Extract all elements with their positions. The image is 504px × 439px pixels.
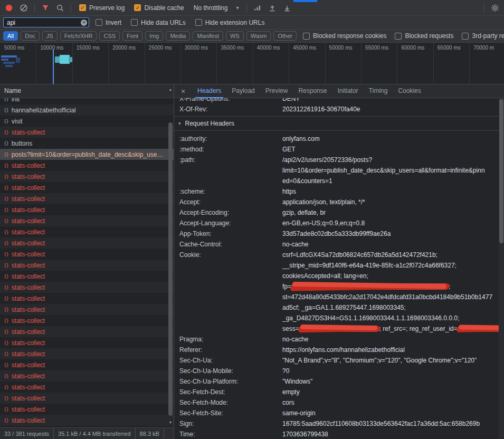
request-list-item[interactable]: {}stats-collect [0, 315, 174, 326]
header-value-line: /api2/v2/users/20572336/posts? [282, 155, 499, 165]
clear-filter-icon[interactable]: ✕ [81, 20, 87, 26]
request-list-item[interactable]: {}stats-collect [0, 127, 174, 138]
scrollbar-thumb[interactable] [168, 122, 173, 416]
request-list-item[interactable]: {}init [0, 98, 174, 104]
response-headers-remnant: X-Frame-Options:DENYX-Of-Rev:20231226191… [174, 98, 499, 117]
tab-timing[interactable]: Timing [364, 84, 393, 98]
request-list-item[interactable]: {}stats-collect [0, 282, 174, 293]
header-value-line: https://onlyfans.com/hannahelizabethoffi… [282, 345, 499, 355]
header-value-line: no-cache [282, 239, 499, 250]
tab-response[interactable]: Response [293, 84, 332, 98]
scroll-down-icon[interactable]: ▼ [167, 421, 174, 424]
details-scrollbar[interactable] [499, 98, 504, 439]
type-filter-other[interactable]: Other [273, 31, 297, 41]
tab-initiator[interactable]: Initiator [332, 84, 363, 98]
network-conditions-button[interactable] [251, 2, 264, 14]
request-list-item[interactable]: {}stats-collect [0, 404, 174, 415]
type-filter-js[interactable]: JS [42, 31, 58, 41]
json-request-icon: {} [4, 340, 8, 346]
request-list-item[interactable]: {}posts?limit=10&order=publish_date_desc… [0, 149, 174, 160]
request-name: stats-collect [12, 228, 165, 236]
type-filter-all[interactable]: All [3, 31, 18, 41]
request-list-item[interactable]: {}stats-collect [0, 171, 174, 182]
tab-headers[interactable]: Headers [192, 84, 226, 98]
request-list-item[interactable]: {}stats-collect [0, 226, 174, 237]
hide-extension-urls-checkbox[interactable]: ✓ Hide extension URLs [195, 19, 265, 26]
timeline-tick-label: 15000 ms [77, 45, 100, 51]
request-list-item[interactable]: {}stats-collect [0, 359, 174, 370]
type-filter-font[interactable]: Font [122, 31, 142, 41]
record-button[interactable] [2, 2, 16, 14]
request-list-item[interactable]: {}stats-collect [0, 415, 174, 426]
json-request-icon: {} [4, 252, 8, 257]
request-list-item[interactable]: {}stats-collect [0, 193, 174, 204]
blocked-response-cookies-checkbox[interactable]: ✓Blocked response cookies [303, 32, 386, 40]
export-har-button[interactable] [280, 2, 294, 14]
throttling-select[interactable]: No throttling ▾ [189, 4, 243, 12]
import-har-button[interactable] [265, 2, 279, 14]
scroll-up-icon[interactable]: ▲ [167, 88, 174, 91]
tab-payload[interactable]: Payload [226, 84, 260, 98]
request-list-item[interactable]: {}hannahelizabethofficial [0, 104, 174, 116]
settings-button[interactable] [488, 2, 502, 14]
request-list-item[interactable]: {}stats-collect [0, 204, 174, 215]
request-list-item[interactable]: {}stats-collect [0, 370, 174, 381]
request-table-header[interactable]: Name [0, 84, 174, 98]
header-value: "Not_A Brand";v="8", "Chromium";v="120",… [282, 355, 499, 366]
header-name: Time: [179, 429, 282, 439]
type-filter-fetch-xhr[interactable]: Fetch/XHR [60, 31, 97, 41]
clear-button[interactable] [17, 2, 31, 14]
tab-preview[interactable]: Preview [260, 84, 293, 98]
request-list-item[interactable]: {}stats-collect [0, 249, 174, 260]
request-list-item[interactable]: {}stats-collect [0, 304, 174, 315]
request-list-item[interactable]: {}stats-collect [0, 160, 174, 171]
request-list-item[interactable]: {}stats-collect [0, 271, 174, 282]
type-filter-media[interactable]: Media [166, 31, 190, 41]
header-value-line: cookiesAccepted=all; lang=en; [282, 271, 499, 281]
type-filter-img[interactable]: Img [145, 31, 163, 41]
resources-size: 88.3 kB [136, 428, 164, 439]
filter-input[interactable] [3, 17, 89, 27]
invert-checkbox[interactable]: ✓ Invert [96, 19, 121, 26]
type-filter-ws[interactable]: WS [226, 31, 244, 41]
request-list-item[interactable]: {}visit [0, 116, 174, 127]
request-list-item[interactable]: {}stats-collect [0, 260, 174, 271]
blocked-requests-checkbox[interactable]: ✓Blocked requests [395, 32, 453, 40]
request-list-item[interactable]: {}stats-collect [0, 337, 174, 348]
timeline-gridline [216, 43, 217, 84]
request-list-item[interactable]: {}stats-collect [0, 326, 174, 337]
header-value: no-cache [282, 334, 499, 345]
search-button[interactable] [53, 2, 67, 14]
disable-cache-checkbox[interactable]: ✓ Disable cache [134, 4, 184, 12]
request-list-item[interactable]: {}stats-collect [0, 393, 174, 404]
request-list-item[interactable]: {}stats-collect [0, 182, 174, 193]
3rd-party-requests-checkbox[interactable]: ✓3rd-party requests [462, 32, 504, 40]
request-headers-section[interactable]: ▾ Request Headers [174, 117, 499, 131]
checkbox-box: ✓ [395, 33, 402, 40]
header-row: Pragma:no-cache [174, 334, 499, 345]
request-list-item[interactable]: {}stats-collect [0, 293, 174, 304]
request-list-item[interactable]: {}buttons [0, 138, 174, 149]
request-list-item[interactable]: {}stats-collect [0, 381, 174, 393]
header-row: Cache-Control:no-cache [174, 239, 499, 250]
type-filter-css[interactable]: CSS [99, 31, 120, 41]
scrollbar-thumb[interactable] [499, 99, 503, 243]
header-name: X-Of-Rev: [179, 104, 282, 114]
json-request-icon: {} [4, 174, 8, 179]
hide-data-urls-checkbox[interactable]: ✓ Hide data URLs [131, 19, 186, 26]
close-details-icon[interactable]: × [178, 87, 188, 96]
type-filter-manifest[interactable]: Manifest [193, 31, 223, 41]
redaction-scribble [458, 326, 499, 332]
json-request-icon: {} [4, 285, 8, 290]
request-list-scrollbar[interactable]: ▲ ▼ [167, 84, 174, 427]
timeline-overview[interactable]: 5000 ms10000 ms15000 ms20000 ms25000 ms3… [0, 43, 504, 84]
toolbar-divider [71, 4, 71, 12]
preserve-log-checkbox[interactable]: ✓ Preserve log [79, 4, 125, 12]
request-list-item[interactable]: {}stats-collect [0, 215, 174, 226]
request-list-item[interactable]: {}stats-collect [0, 348, 174, 359]
type-filter-doc[interactable]: Doc [21, 31, 40, 41]
request-list-item[interactable]: {}stats-collect [0, 237, 174, 249]
filter-toggle-button[interactable] [39, 2, 52, 14]
tab-cookies[interactable]: Cookies [393, 84, 426, 98]
type-filter-wasm[interactable]: Wasm [246, 31, 271, 41]
